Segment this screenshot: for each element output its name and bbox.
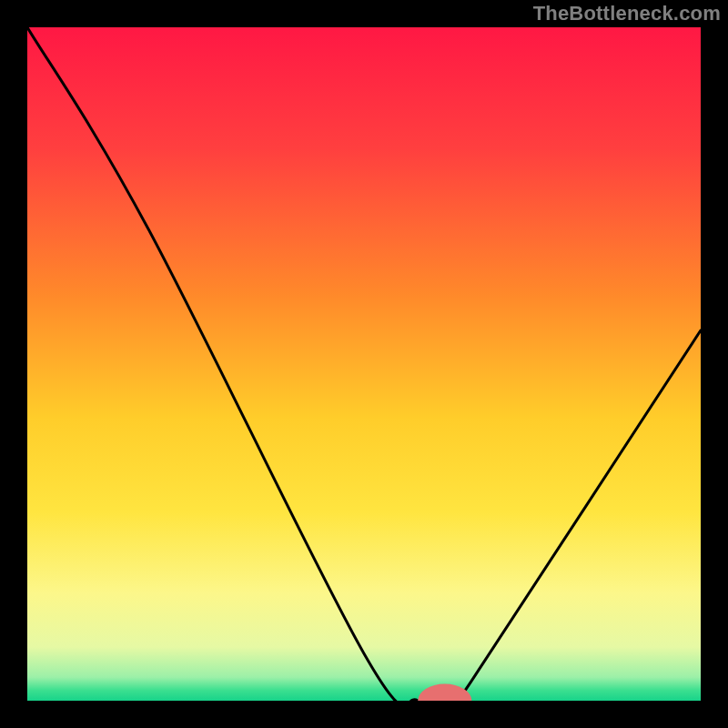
chart-container: TheBottleneck.com [0, 0, 728, 728]
watermark-text: TheBottleneck.com [533, 2, 721, 25]
bottleneck-chart [27, 27, 701, 701]
heatmap-background [27, 27, 701, 701]
